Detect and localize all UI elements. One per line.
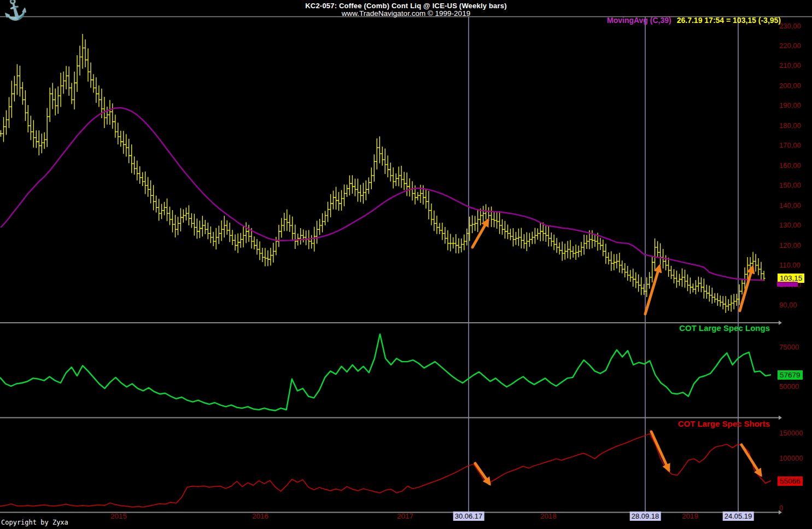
- price-axis-tick: 200,00: [779, 82, 801, 90]
- longs-panel-title: COT Large Spec Longs: [581, 323, 770, 333]
- chart-title: KC2-057: Coffee (Comb) Cont Liq @ ICE-US…: [0, 2, 812, 10]
- longs-axis-tick: 50000: [779, 382, 799, 391]
- divider-arrow-icon[interactable]: [779, 416, 782, 420]
- longs-value-label: 57679: [778, 370, 803, 380]
- copyright-text: Copyright by Zyxa: [1, 519, 68, 526]
- price-axis-tick: 230,00: [779, 22, 801, 30]
- event-date-label[interactable]: 24.05.19: [723, 511, 754, 521]
- year-label: 2016: [252, 512, 268, 520]
- price-axis-tick: 190,00: [779, 101, 801, 109]
- price-axis-tick: 130,00: [779, 221, 801, 229]
- price-axis-tick: 120,00: [779, 241, 801, 249]
- price-axis-tick: 110,00: [779, 261, 801, 269]
- indicator-readout: MovingAvg (C,39)26.7.19 17:54 = 103,15 (…: [607, 16, 781, 25]
- last-quote-readout: 26.7.19 17:54 = 103,15 (-3,95): [677, 16, 781, 25]
- event-date-label[interactable]: 28.09.18: [630, 511, 661, 521]
- shorts-axis-tick: 0: [779, 504, 783, 512]
- event-date-label[interactable]: 30.06.17: [453, 511, 484, 521]
- price-axis-tick: 150,00: [779, 181, 801, 189]
- price-axis-tick: 90,00: [779, 301, 797, 309]
- longs-axis-tick: 75000: [779, 343, 799, 351]
- price-axis-tick: 160,00: [779, 161, 801, 170]
- divider-arrow-icon[interactable]: [779, 321, 782, 325]
- price-axis-tick: 180,00: [779, 121, 801, 130]
- ma-value-marker: [777, 282, 798, 287]
- annotation-arrow-down[interactable]: [651, 432, 669, 470]
- year-label: 2019: [682, 512, 698, 520]
- shorts-axis-tick: 100000: [779, 454, 803, 462]
- annotation-arrow-down[interactable]: [475, 463, 489, 484]
- shorts-axis-tick: 150000: [779, 429, 803, 437]
- annotation-arrow-down[interactable]: [741, 445, 761, 475]
- price-axis-tick: 220,00: [779, 42, 801, 50]
- year-label: 2015: [110, 512, 127, 520]
- price-bars-series: [0, 34, 766, 313]
- price-axis-tick: 210,00: [779, 61, 801, 69]
- year-label: 2017: [397, 512, 413, 520]
- price-axis-tick: 170,00: [779, 141, 801, 149]
- chart-canvas[interactable]: [0, 0, 812, 529]
- shorts-value-label: 55066: [778, 476, 803, 486]
- shorts-line: [0, 434, 771, 507]
- longs-line: [0, 334, 771, 411]
- price-axis-tick: 140,00: [779, 201, 801, 210]
- indicator-name-label[interactable]: MovingAvg (C,39): [607, 16, 671, 25]
- shorts-panel-title: COT Large Spec Shorts: [581, 419, 770, 428]
- year-label: 2018: [540, 512, 557, 520]
- trade-navigator-window: ⚓ KC2-057: Coffee (Comb) Cont Liq @ ICE-…: [0, 0, 812, 529]
